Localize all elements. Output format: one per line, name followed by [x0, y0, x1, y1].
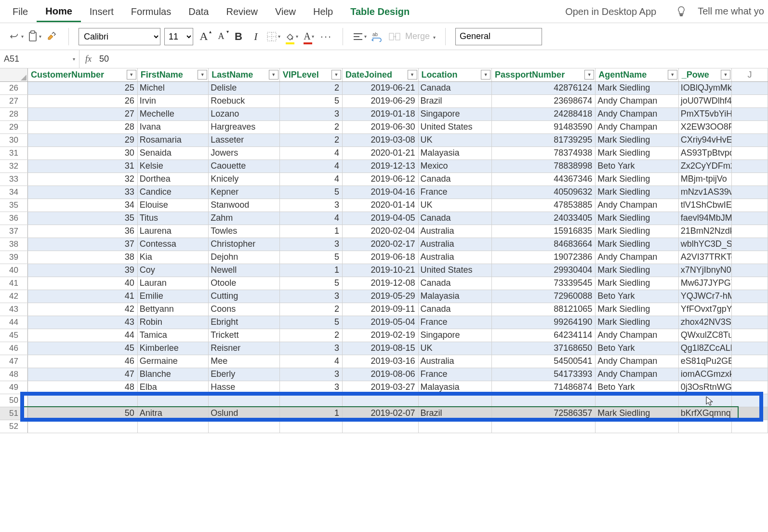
- cell[interactable]: Andy Champan: [596, 107, 679, 120]
- cell[interactable]: Anitra: [137, 407, 209, 420]
- cell[interactable]: 1: [279, 264, 342, 277]
- row-header[interactable]: 50: [0, 394, 28, 407]
- cell[interactable]: 2019-06-12: [342, 173, 418, 186]
- cell[interactable]: mNzv1AS39vg: [678, 186, 731, 199]
- cell[interactable]: 2019-08-06: [342, 368, 418, 381]
- cell[interactable]: Brazil: [418, 407, 492, 420]
- cell[interactable]: Malayasia: [418, 381, 492, 394]
- cell[interactable]: 72586357: [492, 407, 596, 420]
- cell[interactable]: 25: [28, 81, 138, 94]
- cell[interactable]: 38: [28, 251, 138, 264]
- cell[interactable]: Singapore: [418, 329, 492, 342]
- cell[interactable]: 35: [28, 212, 138, 225]
- cell[interactable]: Roebuck: [209, 94, 280, 107]
- cell[interactable]: Tamica: [137, 329, 209, 342]
- cell[interactable]: United States: [418, 120, 492, 133]
- cell[interactable]: 50: [28, 407, 138, 420]
- cell[interactable]: [731, 94, 768, 107]
- cell[interactable]: iomACGmzxk0: [678, 368, 731, 381]
- cell[interactable]: [731, 199, 768, 212]
- merge-button[interactable]: Merge ▾: [405, 31, 436, 41]
- cell[interactable]: 72960088: [492, 290, 596, 303]
- cell[interactable]: 2019-12-13: [342, 160, 418, 173]
- cell[interactable]: 3: [279, 107, 342, 120]
- wrap-text-button[interactable]: ab: [371, 28, 384, 45]
- cell[interactable]: 37168650: [492, 342, 596, 355]
- tab-table-design[interactable]: Table Design: [342, 1, 418, 21]
- filter-button[interactable]: ▼: [668, 70, 677, 80]
- cell[interactable]: joU07WDlhf4: [678, 94, 731, 107]
- cell[interactable]: [279, 394, 342, 407]
- cell[interactable]: [28, 420, 138, 433]
- row-header[interactable]: 47: [0, 355, 28, 368]
- cell[interactable]: Hargreaves: [209, 120, 280, 133]
- cell[interactable]: Andy Champan: [596, 94, 679, 107]
- cell[interactable]: 4: [279, 146, 342, 160]
- cell[interactable]: Otoole: [209, 277, 280, 290]
- cell[interactable]: Kepner: [209, 186, 280, 199]
- cell[interactable]: 4: [279, 173, 342, 186]
- cell[interactable]: 1: [279, 225, 342, 238]
- tell-me-search[interactable]: Tell me what yo: [698, 6, 764, 17]
- cell[interactable]: 2019-06-18: [342, 251, 418, 264]
- cell[interactable]: Mark Siedling: [596, 277, 679, 290]
- cell[interactable]: 2019-04-05: [342, 212, 418, 225]
- cell[interactable]: Blanche: [137, 368, 209, 381]
- cell[interactable]: 2: [279, 120, 342, 133]
- cell[interactable]: [731, 212, 768, 225]
- cell[interactable]: Mee: [209, 355, 280, 368]
- cell[interactable]: Mark Siedling: [596, 212, 679, 225]
- cell[interactable]: [731, 342, 768, 355]
- cell[interactable]: Rosamaria: [137, 133, 209, 146]
- row-header[interactable]: 31: [0, 146, 28, 160]
- cell[interactable]: [209, 394, 280, 407]
- cell[interactable]: 2: [279, 303, 342, 316]
- row-header[interactable]: 51: [0, 407, 28, 420]
- tab-formulas[interactable]: Formulas: [122, 1, 180, 21]
- cell[interactable]: Mexico: [418, 160, 492, 173]
- cell[interactable]: Kia: [137, 251, 209, 264]
- tab-help[interactable]: Help: [305, 1, 342, 21]
- cell[interactable]: 2019-05-29: [342, 290, 418, 303]
- cell[interactable]: United States: [418, 264, 492, 277]
- cell[interactable]: [731, 81, 768, 94]
- cell[interactable]: [731, 316, 768, 329]
- cell[interactable]: 36: [28, 225, 138, 238]
- cell[interactable]: 2019-04-16: [342, 186, 418, 199]
- cell[interactable]: [731, 329, 768, 342]
- name-box[interactable]: A51▾: [0, 50, 79, 68]
- fill-color-button[interactable]: ▾: [284, 28, 298, 45]
- cell[interactable]: Oslund: [209, 407, 280, 420]
- cell[interactable]: Coy: [137, 264, 209, 277]
- cell[interactable]: Canada: [418, 173, 492, 186]
- cell[interactable]: A2VI37TRKTo: [678, 251, 731, 264]
- cell[interactable]: Mw6J7JYPGYA: [678, 277, 731, 290]
- row-header[interactable]: 30: [0, 133, 28, 146]
- cell[interactable]: Eberly: [209, 368, 280, 381]
- cell[interactable]: 2019-06-30: [342, 120, 418, 133]
- cell[interactable]: 2019-01-18: [342, 107, 418, 120]
- cell[interactable]: 64234114: [492, 329, 596, 342]
- formula-input[interactable]: 50: [97, 54, 768, 64]
- row-header[interactable]: 29: [0, 120, 28, 133]
- cell[interactable]: [418, 394, 492, 407]
- cell[interactable]: wblhYC3D_Sk: [678, 238, 731, 251]
- cell[interactable]: [731, 251, 768, 264]
- cell[interactable]: PmXT5vbYiHQ: [678, 107, 731, 120]
- cell[interactable]: x7NYjIbnyN0: [678, 264, 731, 277]
- filter-button[interactable]: ▼: [408, 70, 417, 80]
- cell[interactable]: [492, 394, 596, 407]
- italic-button[interactable]: I: [249, 28, 263, 45]
- tab-data[interactable]: Data: [180, 1, 217, 21]
- cell[interactable]: [731, 173, 768, 186]
- open-desktop-app[interactable]: Open in Desktop App: [556, 1, 665, 21]
- cell[interactable]: 2019-10-21: [342, 264, 418, 277]
- cell[interactable]: 31: [28, 160, 138, 173]
- cell[interactable]: [731, 186, 768, 199]
- column-header-loc[interactable]: Location▼: [418, 68, 492, 81]
- cell[interactable]: 1: [279, 407, 342, 420]
- increase-font-button[interactable]: A▴: [197, 28, 211, 45]
- cell[interactable]: 84683664: [492, 238, 596, 251]
- cell[interactable]: 28: [28, 120, 138, 133]
- column-header-date[interactable]: DateJoined▼: [342, 68, 418, 81]
